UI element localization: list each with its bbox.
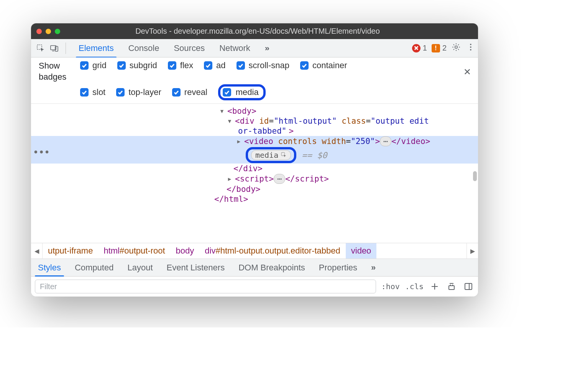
breadcrumb-item[interactable]: utput-iframe [43,243,98,259]
devtools-window: DevTools - developer.mozilla.org/en-US/d… [31,23,478,297]
breadcrumb-item[interactable]: html#output-root [98,243,170,259]
badge-toggle-top-layer[interactable]: top-layer [116,84,161,100]
gutter-indicator-icon: ••• [33,148,50,157]
subtab-layout[interactable]: Layout [120,259,159,276]
subtab-styles[interactable]: Styles [31,259,68,276]
more-subtabs-button[interactable]: » [364,259,383,276]
badges-label: Showbadges [39,61,73,82]
checkbox-icon [204,61,212,70]
checkbox-icon [80,88,89,97]
svg-point-6 [470,49,471,51]
tab-console[interactable]: Console [121,39,167,57]
scrollbar-thumb[interactable] [473,171,477,181]
selected-node-indicator: == $0 [302,151,327,160]
disclosure-triangle-icon[interactable] [227,118,233,124]
breadcrumb-item[interactable]: body [171,243,200,259]
inspect-element-icon[interactable] [35,43,46,54]
dom-node-media-badge-row: media == $0 [31,147,478,164]
crumb-scroll-right-icon[interactable]: ▶ [466,243,478,259]
disclosure-triangle-icon[interactable] [219,108,225,114]
close-window-icon[interactable] [36,29,42,34]
checkbox-icon [300,61,309,70]
tab-sources[interactable]: Sources [166,39,212,57]
badges-settings-bar: Showbadges grid subgrid flex ad scroll-s… [31,57,478,104]
subtab-event-listeners[interactable]: Event Listeners [160,259,232,276]
panel-toolbar: Elements Console Sources Network » 1 ! 2 [31,39,478,57]
svg-rect-2 [55,46,58,51]
ellipsis-pill[interactable]: ⋯ [380,136,391,146]
badge-toggle-reveal[interactable]: reveal [172,84,207,100]
svg-point-5 [470,46,471,48]
tab-network[interactable]: Network [212,39,258,57]
badge-toggle-container[interactable]: container [300,61,347,70]
disclosure-triangle-icon[interactable] [236,138,242,144]
breadcrumb-item-selected[interactable]: video [346,243,377,259]
error-icon [412,44,420,52]
warning-count-value: 2 [442,44,447,52]
disclosure-triangle-icon[interactable] [227,176,233,182]
subtab-computed[interactable]: Computed [68,259,121,276]
svg-point-3 [455,46,457,48]
badge-toggle-slot[interactable]: slot [80,84,105,100]
badge-toggle-grid[interactable]: grid [80,61,107,70]
dom-node-video-selected[interactable]: <video controls width="250">⋯</video> [31,136,478,147]
warning-count[interactable]: ! 2 [432,44,447,52]
cls-toggle-button[interactable]: .cls [405,282,424,291]
settings-icon[interactable] [451,43,461,54]
window-title: DevTools - developer.mozilla.org/en-US/d… [43,27,473,36]
styles-filter-input[interactable] [35,280,376,293]
checkbox-icon [117,61,126,70]
badge-toggle-media-highlighted[interactable]: media [218,84,266,100]
subtab-dom-breakpoints[interactable]: DOM Breakpoints [232,259,312,276]
styles-subtabs: Styles Computed Layout Event Listeners D… [31,259,478,277]
computed-styles-icon[interactable] [446,281,457,292]
svg-rect-8 [449,286,454,290]
toggle-sidebar-icon[interactable] [463,281,474,292]
device-toolbar-icon[interactable] [49,43,60,54]
warning-icon: ! [432,44,440,52]
badge-toggle-flex[interactable]: flex [168,61,193,70]
titlebar: DevTools - developer.mozilla.org/en-US/d… [31,23,478,39]
checkbox-icon [172,88,181,97]
more-options-icon[interactable] [466,43,476,54]
more-tabs-button[interactable]: » [258,40,277,56]
panel-tabs: Elements Console Sources Network » [71,39,277,57]
toolbar-divider [66,43,66,54]
hov-toggle-button[interactable]: :hov [381,282,400,291]
close-badges-bar-icon[interactable]: ✕ [463,67,471,77]
error-count[interactable]: 1 [412,44,427,52]
new-style-rule-icon[interactable] [429,281,440,292]
ellipsis-pill[interactable]: ⋯ [274,174,285,184]
badge-toggle-subgrid[interactable]: subgrid [117,61,157,70]
dom-tree[interactable]: ••• <body> <div id="html-output" class="… [31,104,478,243]
checkbox-icon [237,61,245,70]
crumb-scroll-left-icon[interactable]: ◀ [31,243,43,259]
svg-point-4 [470,44,471,45]
error-count-value: 1 [423,44,427,52]
dom-breadcrumbs: ◀ utput-iframe html#output-root body div… [31,243,478,259]
tab-elements[interactable]: Elements [71,39,121,57]
svg-rect-9 [465,283,472,290]
checkbox-icon [80,61,89,70]
checkbox-icon [168,61,176,70]
media-badge-highlighted[interactable]: media [246,147,296,163]
subtab-properties[interactable]: Properties [312,259,364,276]
badge-toggle-ad[interactable]: ad [204,61,225,70]
checkbox-icon [223,88,231,97]
checkbox-icon [116,88,125,97]
badge-toggle-scroll-snap[interactable]: scroll-snap [237,61,289,70]
breadcrumb-item[interactable]: div#html-output.output.editor-tabbed [199,243,345,259]
styles-filter-row: :hov .cls [31,277,478,296]
